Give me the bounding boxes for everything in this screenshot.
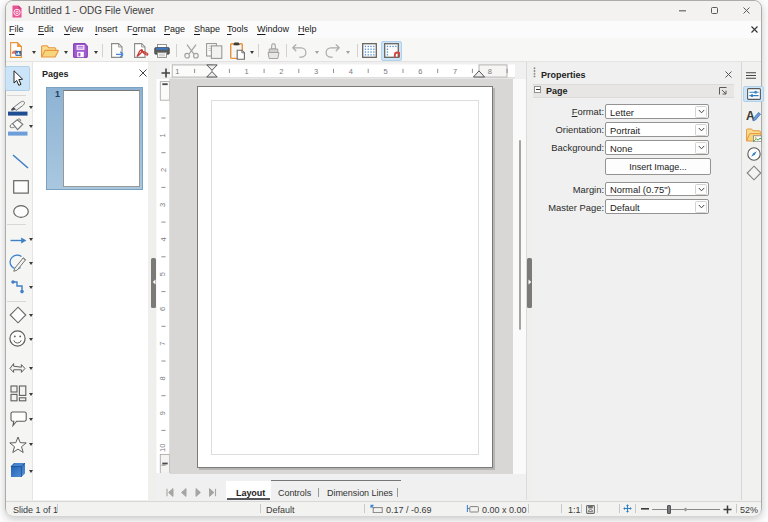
svg-text:3: 3 [314,66,318,75]
svg-text:9: 9 [159,411,168,415]
svg-text:1: 1 [245,66,249,75]
svg-text:8: 8 [488,66,492,75]
svg-text:4: 4 [349,66,353,75]
svg-text:4: 4 [159,237,168,241]
svg-text:3: 3 [159,203,168,207]
svg-text:2: 2 [279,66,283,75]
svg-text:5: 5 [384,66,388,75]
svg-text:10: 10 [159,444,168,452]
svg-text:7: 7 [159,342,168,346]
svg-text:5: 5 [159,272,168,276]
svg-text:1: 1 [159,133,168,137]
svg-text:2: 2 [159,168,168,172]
svg-text:1: 1 [175,66,179,75]
svg-text:7: 7 [453,66,457,75]
svg-text:8: 8 [159,376,168,380]
svg-text:6: 6 [418,66,422,75]
svg-text:6: 6 [159,307,168,311]
